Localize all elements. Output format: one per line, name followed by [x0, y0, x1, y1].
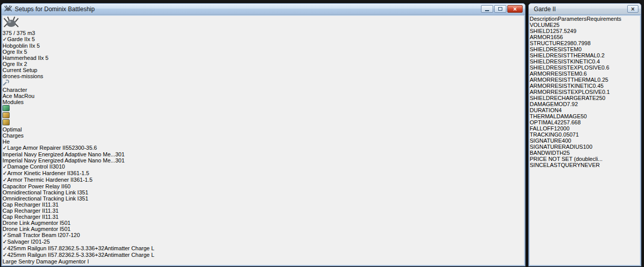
module-row[interactable]: Large Auxiliary Nano Pump I [3, 264, 524, 265]
module-row[interactable]: ✓Small Tractor Beam I207-120 [3, 232, 524, 239]
module-powergrid: 1 [55, 208, 58, 214]
module-cap-use: -3.3 [79, 252, 89, 258]
module-name: Imperial Navy Energized Adaptive Nano Me… [3, 151, 115, 157]
main-titlebar[interactable]: Setups for Dominix Battleship [2, 4, 525, 15]
info-close-button[interactable] [627, 5, 638, 13]
module-row[interactable]: ✓Armor Thermic Hardener II361-1.5 [3, 177, 524, 183]
attribute-row[interactable]: SHIELD1257.5249 [530, 28, 640, 34]
info-tab-requirements[interactable]: Requirements [587, 16, 621, 22]
drone-bay-capacity: 375 / 375 m3 [3, 30, 524, 36]
attribute-row[interactable]: VOLUME25 [530, 22, 640, 28]
drone-list-item[interactable]: Ogre IIx 5 [3, 49, 524, 55]
modules-column-header[interactable] [3, 119, 524, 126]
info-client: DescriptionParametersRequirements VOLUME… [530, 16, 640, 265]
attribute-row[interactable]: ARMORRESISTKINETIC0.45 [530, 83, 640, 89]
attribute-row[interactable]: ARMOR1656 [530, 34, 640, 40]
modules-header: ModulesOptimalChargesHe [3, 99, 524, 145]
module-row[interactable]: Large Sentry Damage Augmentor I [3, 258, 524, 264]
attribute-name: FALLOFF [530, 125, 554, 131]
column-label: He [3, 139, 10, 145]
module-cpu: 30 [52, 163, 58, 170]
module-active-check-icon: ✓ [3, 239, 7, 245]
attribute-row[interactable]: DAMAGEMOD7.92 [530, 101, 640, 107]
module-row[interactable]: Cap Recharger II11.31 [3, 208, 524, 214]
modules-column-header[interactable]: Modules [3, 99, 524, 105]
module-row[interactable]: ✓425mm Railgun II57.82362.5-3.336+32Anti… [3, 245, 524, 252]
minimize-button[interactable] [481, 5, 493, 13]
minimize-icon [485, 10, 489, 11]
attribute-value: 1257.5249 [550, 28, 576, 34]
drone-name: Ogre II [3, 49, 20, 55]
attribute-row[interactable]: TRACKING0.05071 [530, 131, 640, 138]
setup-tools-button[interactable] [3, 79, 524, 87]
module-name: Small Tractor Beam I [7, 232, 59, 238]
attribute-name: ARMORRESISTEXPLOSIVE [530, 89, 602, 95]
attribute-row[interactable]: SINCELASTQUERYNEVER [530, 162, 640, 168]
setup-combobox[interactable]: drones-missions [3, 73, 125, 79]
module-cpu: 30 [115, 151, 121, 157]
modules-column-header[interactable] [3, 112, 524, 119]
character-combobox[interactable]: Ace MacRou [3, 93, 116, 99]
attribute-value: 100 [583, 144, 592, 150]
module-name: Armor Thermic Hardener II [7, 177, 74, 183]
attribute-row[interactable]: SHIELDRESISTEXPLOSIVE0.6 [530, 64, 640, 71]
module-row[interactable]: ✓425mm Railgun II57.82362.5-3.336+32Anti… [3, 252, 524, 258]
module-row[interactable]: ✓Armor Kinetic Hardener II361-1.5 [3, 170, 524, 177]
attribute-row[interactable]: SIGNATURERADIUS100 [530, 144, 640, 150]
module-row[interactable]: Capacitor Power Relay II60 [3, 183, 524, 189]
module-name: Drone Link Augmentor I [3, 226, 61, 232]
module-row[interactable]: Omnidirectional Tracking Link I351 [3, 195, 524, 202]
attribute-row[interactable]: ARMORRESISTEXPLOSIVE0.1 [530, 89, 640, 95]
attribute-row[interactable]: SHIELDRESISTTHERMAL0.2 [530, 52, 640, 58]
module-cpu: 50 [61, 226, 68, 232]
attribute-row[interactable]: PRICE NOT SET (doublecli... [530, 156, 640, 162]
module-row[interactable]: Imperial Navy Energized Adaptive Nano Me… [3, 157, 524, 163]
info-titlebar[interactable]: Garde II [529, 4, 641, 15]
attribute-row[interactable]: SHIELDRESISTEM0 [530, 46, 640, 52]
module-row[interactable]: Cap Recharger II11.31 [3, 202, 524, 208]
attribute-row[interactable]: BANDWIDTH25 [530, 150, 640, 156]
drone-qty: x 2 [20, 61, 27, 67]
attribute-row[interactable]: ARMORRESISTEM0.6 [530, 71, 640, 77]
attribute-row[interactable]: FALLOFF12000 [530, 125, 640, 131]
attribute-row[interactable]: DURATION4 [530, 107, 640, 113]
module-row[interactable]: Cap Recharger II11.31 [3, 214, 524, 220]
module-name: Large Armor Repairer II [7, 145, 66, 151]
modules-column-header[interactable]: Charges [3, 132, 524, 139]
module-cpu: 11.3 [45, 214, 56, 220]
module-cpu: 57.8 [51, 252, 61, 258]
modules-column-header[interactable]: He [3, 139, 524, 145]
module-row[interactable]: Drone Link Augmentor I501 [3, 226, 524, 232]
attribute-value: 0.25 [597, 77, 608, 83]
attribute-row[interactable]: SHIELDRECHARGERATE250 [530, 95, 640, 101]
maximize-button[interactable] [494, 5, 506, 13]
modules-column-header[interactable]: Optimal [3, 126, 524, 132]
module-row[interactable]: ✓Large Armor Repairer II552300-35.6 [3, 145, 524, 151]
close-button[interactable] [507, 5, 523, 13]
module-name: Armor Kinetic Hardener II [7, 170, 70, 176]
module-row[interactable]: Drone Link Augmentor I501 [3, 220, 524, 226]
module-row[interactable]: ✓Damage Control II3010 [3, 163, 524, 170]
attribute-row[interactable]: THERMALDAMAGE50 [530, 113, 640, 119]
modules-table: ModulesOptimalChargesHe ✓Large Armor Rep… [3, 99, 524, 265]
attribute-row[interactable]: ARMORRESISTTHERMAL0.25 [530, 77, 640, 83]
drone-list-item[interactable]: Ogre IIx 2 [3, 61, 524, 67]
info-tab-description[interactable]: Description [530, 16, 558, 22]
module-row[interactable]: Omnidirectional Tracking Link I351 [3, 189, 524, 195]
module-row[interactable]: Imperial Navy Energized Adaptive Nano Me… [3, 151, 524, 157]
drone-checkbox[interactable]: ✓ [3, 36, 7, 42]
module-row[interactable]: ✓Salvager I201-25 [3, 239, 524, 245]
attribute-row[interactable]: SHIELDRESISTKINETIC0.4 [530, 58, 640, 64]
attribute-name: SHIELDRESISTEM [530, 46, 578, 52]
drone-list-item[interactable]: Hammerhead IIx 5 [3, 55, 524, 61]
attribute-row[interactable]: OPTIMAL42257.668 [530, 119, 640, 125]
drone-list-item[interactable]: Hobgoblin IIx 5 [3, 43, 524, 49]
modules-column-header[interactable] [3, 105, 524, 112]
attribute-value: 50 [581, 113, 587, 119]
module-cpu: 30 [115, 157, 121, 163]
info-tab-parameters[interactable]: Parameters [558, 16, 587, 22]
module-cpu: 36 [70, 170, 76, 176]
attribute-row[interactable]: STRUCTURE2980.7998 [530, 40, 640, 46]
drone-list-item[interactable]: ✓Garde IIx 5 [3, 36, 524, 43]
attribute-row[interactable]: SIGNATURE400 [530, 138, 640, 144]
